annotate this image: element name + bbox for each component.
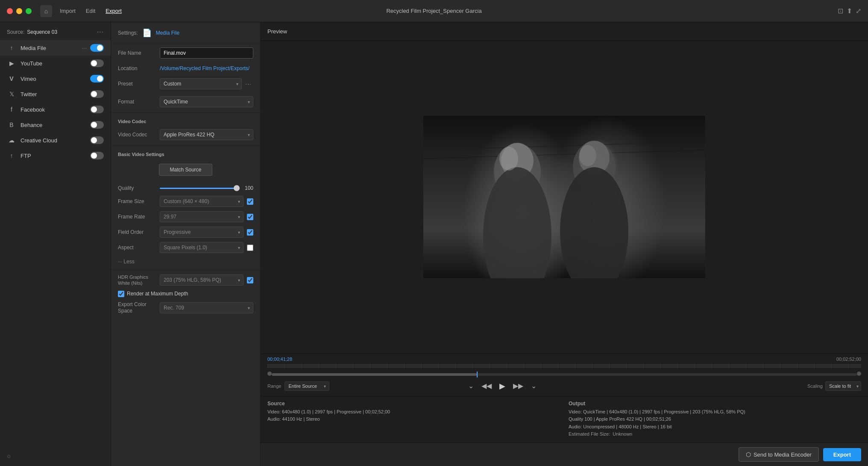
nav-edit[interactable]: Edit [84, 7, 97, 15]
video-codec-label: Video Codec [118, 132, 156, 138]
expand-icon[interactable]: ⤢ [856, 7, 861, 15]
video-codec-select-wrapper: Apple ProRes 422 HQ [160, 129, 253, 140]
titlebar: ⌂ Import Edit Export Recycled Film Proje… [0, 0, 868, 22]
svg-point-6 [483, 167, 551, 278]
sidebar-item-label: Vimeo [21, 76, 90, 82]
timeline-ruler [267, 363, 861, 369]
quality-label: Quality [118, 185, 156, 191]
play-button[interactable]: ▶ [497, 380, 508, 392]
youtube-toggle[interactable] [90, 59, 104, 67]
quality-thumb[interactable] [234, 185, 240, 191]
timeline-out-point[interactable] [857, 372, 861, 376]
scaling-select[interactable]: Scale to fit [825, 381, 861, 391]
fit-window-icon[interactable]: ⊡ [838, 7, 843, 15]
send-to-media-encoder-button[interactable]: ⬡ Send to Media Encoder [739, 447, 819, 462]
sidebar-more-button[interactable]: ··· [97, 28, 104, 36]
sidebar-item-media-file[interactable]: ↑ Media File ··· [0, 40, 111, 56]
sidebar-item-label: Media File [21, 45, 82, 51]
status-icon: ⊙ [7, 454, 11, 459]
settings-header-link[interactable]: Media File [156, 30, 179, 36]
file-name-input[interactable] [160, 47, 253, 59]
step-forward-button[interactable]: ▶▶ [510, 381, 526, 391]
creative-cloud-toggle[interactable] [90, 136, 104, 144]
export-color-space-select[interactable]: Rec. 709 [160, 302, 253, 313]
timeline-area: 00;00;41;28 00;02;52;00 Range En [261, 354, 868, 396]
vimeo-toggle[interactable] [90, 75, 104, 83]
sidebar-item-behance[interactable]: B Behance [0, 117, 111, 133]
match-source-area: Match Source [111, 159, 260, 183]
share-icon[interactable]: ⬆ [847, 7, 852, 15]
timeline-playhead[interactable] [477, 372, 478, 378]
video-codec-select[interactable]: Apple ProRes 422 HQ [160, 129, 253, 140]
export-button[interactable]: Export [823, 448, 861, 461]
behance-toggle[interactable] [90, 121, 104, 129]
location-link[interactable]: /Volume/Recycled Film Project/Exports/ [160, 65, 249, 71]
frame-size-select[interactable]: Custom (640 × 480) [160, 196, 243, 207]
svg-point-9 [579, 145, 596, 166]
behance-icon: B [7, 120, 16, 130]
window-title: Recycled Film Project_Spencer Garcia [386, 8, 481, 14]
format-select[interactable]: QuickTime [160, 96, 253, 107]
timeline-track[interactable] [267, 370, 861, 377]
field-order-select-wrapper: Progressive [160, 227, 243, 238]
frame-rate-label: Frame Rate [118, 214, 156, 220]
less-button[interactable]: ··· Less [111, 255, 260, 268]
media-file-more-button[interactable]: ··· [82, 44, 87, 51]
sidebar-item-creative-cloud[interactable]: ☁ Creative Cloud [0, 133, 111, 148]
quality-slider[interactable] [160, 188, 240, 189]
aspect-checkbox[interactable] [247, 245, 253, 251]
mark-in-button[interactable]: ⌄ [466, 381, 476, 391]
frame-rate-checkbox[interactable] [247, 214, 253, 220]
timeline-in-point[interactable] [267, 372, 272, 376]
location-control: /Volume/Recycled Film Project/Exports/ [160, 65, 253, 71]
range-select[interactable]: Entire Source [284, 381, 329, 391]
svg-line-0 [423, 142, 705, 150]
preset-select[interactable]: Custom [160, 78, 242, 89]
close-button[interactable] [7, 8, 13, 14]
frame-size-label: Frame Size [118, 198, 156, 204]
sidebar-item-twitter[interactable]: 𝕏 Twitter [0, 86, 111, 102]
twitter-toggle[interactable] [90, 90, 104, 98]
nav-export[interactable]: Export [104, 7, 123, 15]
frame-size-checkbox[interactable] [247, 198, 253, 205]
field-order-select[interactable]: Progressive [160, 227, 243, 238]
field-order-label: Field Order [118, 229, 156, 235]
frame-rate-select[interactable]: 29.97 [160, 211, 243, 222]
sidebar-item-ftp[interactable]: ↑ FTP [0, 148, 111, 163]
minimize-button[interactable] [16, 8, 22, 14]
export-color-space-label: Export ColorSpace [118, 301, 156, 315]
match-source-button[interactable]: Match Source [159, 164, 212, 176]
preset-more-button[interactable]: ··· [243, 80, 253, 88]
step-back-button[interactable]: ◀◀ [479, 381, 494, 391]
info-row: Source Video: 640x480 (1.0) | 2997 fps |… [261, 396, 868, 442]
main-container: Source: Sequence 03 ··· ↑ Media File ···… [0, 22, 868, 466]
nav-import[interactable]: Import [58, 7, 77, 15]
output-title: Output [569, 401, 861, 407]
field-order-checkbox[interactable] [247, 229, 253, 236]
sidebar-item-vimeo[interactable]: V Vimeo [0, 71, 111, 86]
sidebar-item-label: YouTube [21, 60, 90, 67]
preview-video [261, 41, 868, 354]
media-file-toggle[interactable] [90, 44, 104, 52]
file-size-label: Estimated File Size: [569, 431, 610, 437]
home-button[interactable]: ⌂ [40, 5, 52, 17]
hdr-select[interactable]: 203 (75% HLG, 58% PQ) [160, 274, 243, 286]
ftp-toggle[interactable] [90, 152, 104, 159]
sidebar-item-label: Behance [21, 122, 90, 128]
frame-rate-select-wrapper: 29.97 [160, 211, 243, 222]
facebook-toggle[interactable] [90, 106, 104, 113]
aspect-select[interactable]: Square Pixels (1.0) [160, 242, 243, 253]
quality-row: Quality 100 [111, 183, 260, 194]
timecode-out: 00;02;52;00 [836, 357, 861, 362]
timeline-bar[interactable] [272, 373, 857, 376]
maximize-button[interactable] [26, 8, 32, 14]
render-depth-checkbox[interactable] [118, 291, 124, 297]
hdr-checkbox[interactable] [247, 277, 253, 283]
sidebar-item-facebook[interactable]: f Facebook [0, 102, 111, 117]
location-label: Location [118, 65, 156, 71]
sidebar-item-youtube[interactable]: ▶ YouTube [0, 56, 111, 71]
output-video-line1: Video: QuickTime | 640x480 (1.0) | 2997 … [569, 408, 861, 416]
mark-out-button[interactable]: ⌄ [528, 381, 539, 391]
youtube-icon: ▶ [7, 59, 16, 68]
timeline-timecodes: 00;00;41;28 00;02;52;00 [267, 357, 861, 363]
